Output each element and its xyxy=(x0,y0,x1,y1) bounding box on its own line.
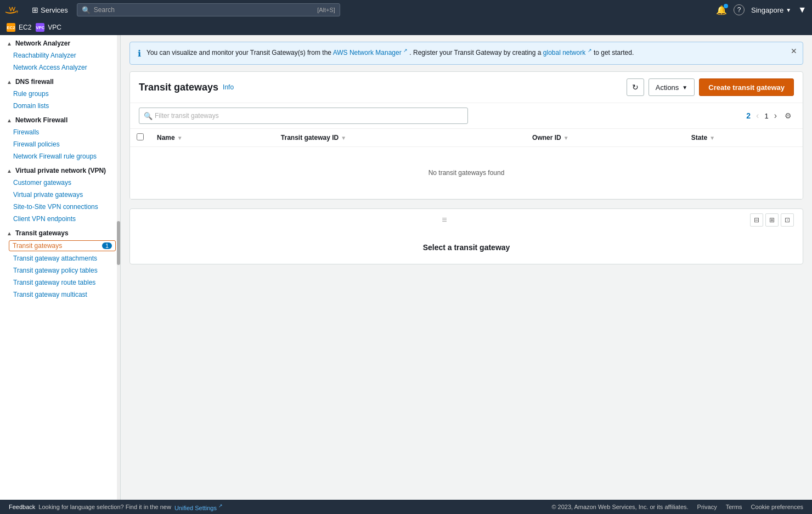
panel-actions: ↻ Actions ▼ Create transit gateway xyxy=(627,78,794,96)
transit-gateways-panel: Transit gateways Info ↻ Actions ▼ Create… xyxy=(129,71,803,200)
section-caret-icon: ▲ xyxy=(7,230,12,236)
main-layout: ▲ Network Analyzer Reachability Analyzer… xyxy=(0,35,812,500)
no-data-row: No transit gateways found xyxy=(130,147,803,199)
tgw-id-column-header[interactable]: Transit gateway ID ▼ xyxy=(274,129,526,147)
grid-icon: ⊞ xyxy=(32,5,38,14)
name-column-header[interactable]: Name ▼ xyxy=(150,129,274,147)
sidebar-item-site-to-site-vpn[interactable]: Site-to-Site VPN connections xyxy=(0,201,120,213)
sort-icon: ▼ xyxy=(709,135,715,141)
notification-bell[interactable]: 🔔 xyxy=(716,5,727,15)
sidebar-item-virtual-private-gateways[interactable]: Virtual private gateways xyxy=(0,189,120,201)
sidebar: ▲ Network Analyzer Reachability Analyzer… xyxy=(0,35,121,500)
terms-link[interactable]: Terms xyxy=(726,504,742,510)
services-label: Services xyxy=(41,6,68,14)
view-split-vertical-button[interactable]: ⊞ xyxy=(765,213,779,227)
sidebar-item-reachability-analyzer[interactable]: Reachability Analyzer xyxy=(0,49,120,61)
sidebar-item-customer-gateways[interactable]: Customer gateways xyxy=(0,177,120,189)
refresh-icon: ↻ xyxy=(632,83,639,92)
no-data-message: No transit gateways found xyxy=(428,169,505,177)
info-banner: ℹ You can visualize and monitor your Tra… xyxy=(129,42,803,65)
sidebar-scrollbar-track xyxy=(117,35,120,500)
external-link-icon: ↗ xyxy=(218,503,223,509)
privacy-link[interactable]: Privacy xyxy=(697,504,717,510)
section-caret-icon: ▲ xyxy=(7,41,12,47)
global-network-link[interactable]: global network ↗ xyxy=(543,49,594,57)
top-navigation: ⊞ Services 🔍 [Alt+S] 🔔 ? Singapore ▼ ▼ xyxy=(0,0,812,20)
feedback-link[interactable]: Feedback xyxy=(9,504,35,510)
actions-caret-icon: ▼ xyxy=(682,84,687,91)
footer-right: © 2023, Amazon Web Services, Inc. or its… xyxy=(551,504,803,510)
select-transit-gateway-message: Select a transit gateway xyxy=(423,243,510,252)
sidebar-item-rule-groups[interactable]: Rule groups xyxy=(0,88,120,100)
footer-language-text: Looking for language selection? Find it … xyxy=(38,504,171,510)
view-split-horizontal-button[interactable]: ⊟ xyxy=(750,213,763,227)
sidebar-item-transit-gateway-multicast[interactable]: Transit gateway multicast xyxy=(0,289,120,301)
sidebar-item-firewall-policies[interactable]: Firewall policies xyxy=(0,138,120,150)
detail-panel-top: ≡ ⊟ ⊞ ⊡ xyxy=(130,209,803,231)
search-bar[interactable]: 🔍 [Alt+S] xyxy=(77,3,340,16)
region-selector[interactable]: Singapore ▼ xyxy=(751,6,791,14)
filter-input-wrap[interactable]: 🔍 xyxy=(139,108,468,124)
sidebar-item-nfw-rule-groups[interactable]: Network Firewall rule groups xyxy=(0,150,120,162)
owner-id-column-header[interactable]: Owner ID ▼ xyxy=(526,129,685,147)
nav-right: 🔔 ? Singapore ▼ ▼ xyxy=(716,4,807,15)
filter-search-icon: 🔍 xyxy=(144,112,153,120)
cookie-preferences-link[interactable]: Cookie preferences xyxy=(751,504,803,510)
sidebar-section-vpn[interactable]: ▲ Virtual private network (VPN) xyxy=(0,162,120,177)
search-input[interactable] xyxy=(94,6,314,14)
create-transit-gateway-button[interactable]: Create transit gateway xyxy=(699,78,794,96)
sidebar-section-transit-gateways[interactable]: ▲ Transit gateways xyxy=(0,225,120,239)
sort-icon: ▼ xyxy=(341,135,346,141)
select-all-checkbox[interactable] xyxy=(137,133,144,140)
detail-panel-views: ⊟ ⊞ ⊡ xyxy=(750,213,794,227)
breadcrumb-ec2[interactable]: EC2 EC2 xyxy=(7,23,31,32)
sort-icon: ▼ xyxy=(563,135,569,141)
state-column-header[interactable]: State ▼ xyxy=(685,129,803,147)
sidebar-section-network-analyzer[interactable]: ▲ Network Analyzer xyxy=(0,35,120,49)
search-shortcut: [Alt+S] xyxy=(317,7,335,13)
page-number: 1 xyxy=(764,112,768,120)
breadcrumb-vpc[interactable]: VPC VPC xyxy=(36,23,61,32)
table-wrap: Name ▼ Transit gateway ID ▼ xyxy=(130,128,803,199)
banner-close-button[interactable]: ✕ xyxy=(791,47,797,55)
view-full-button[interactable]: ⊡ xyxy=(781,213,794,227)
actions-button[interactable]: Actions ▼ xyxy=(649,78,695,96)
panel-header: Transit gateways Info ↻ Actions ▼ Create… xyxy=(130,72,803,103)
breadcrumb-bar: EC2 EC2 VPC VPC xyxy=(0,20,812,35)
unified-settings-link[interactable]: Unified Settings ↗ xyxy=(174,503,223,511)
transit-gateways-badge: 1 xyxy=(102,242,112,249)
sidebar-section-network-firewall[interactable]: ▲ Network Firewall xyxy=(0,112,120,126)
prev-page-button[interactable]: ‹ xyxy=(754,110,761,122)
select-all-header[interactable] xyxy=(130,129,150,147)
pagination: 2 ‹ 1 › ⚙ xyxy=(746,110,794,122)
sidebar-item-network-access-analyzer[interactable]: Network Access Analyzer xyxy=(0,61,120,74)
footer: Feedback Looking for language selection?… xyxy=(0,500,812,514)
sidebar-item-transit-gateway-attachments[interactable]: Transit gateway attachments xyxy=(0,252,120,264)
sidebar-item-client-vpn-endpoints[interactable]: Client VPN endpoints xyxy=(0,213,120,225)
external-link-icon: ↗ xyxy=(403,48,408,53)
refresh-button[interactable]: ↻ xyxy=(627,78,644,96)
aws-network-manager-link[interactable]: AWS Network Manager ↗ xyxy=(333,49,410,57)
info-link[interactable]: Info xyxy=(223,83,234,91)
external-link-icon: ↗ xyxy=(588,48,592,53)
sidebar-item-transit-gateways[interactable]: Transit gateways 1 xyxy=(9,240,116,251)
sidebar-section-dns-firewall[interactable]: ▲ DNS firewall xyxy=(0,74,120,88)
main-content: ℹ You can visualize and monitor your Tra… xyxy=(121,35,812,500)
help-button[interactable]: ? xyxy=(734,4,745,15)
aws-logo[interactable] xyxy=(5,4,23,15)
sidebar-item-firewalls[interactable]: Firewalls xyxy=(0,126,120,138)
next-page-button[interactable]: › xyxy=(772,110,779,122)
table-settings-button[interactable]: ⚙ xyxy=(782,110,794,121)
sidebar-item-domain-lists[interactable]: Domain lists xyxy=(0,100,120,112)
services-button[interactable]: ⊞ Services xyxy=(29,3,71,16)
filter-input[interactable] xyxy=(155,112,463,120)
more-menu-icon[interactable]: ▼ xyxy=(798,5,807,15)
sidebar-item-transit-gateway-route-tables[interactable]: Transit gateway route tables xyxy=(0,276,120,289)
footer-left: Feedback Looking for language selection?… xyxy=(9,503,223,511)
search-row: 🔍 2 ‹ 1 › ⚙ xyxy=(130,103,803,128)
ec2-icon: EC2 xyxy=(7,23,15,32)
sidebar-item-transit-gateway-policy-tables[interactable]: Transit gateway policy tables xyxy=(0,264,120,276)
detail-panel-resize-handle[interactable]: ≡ xyxy=(139,215,750,225)
notification-dot xyxy=(724,4,728,8)
banner-text: You can visualize and monitor your Trans… xyxy=(146,48,634,57)
